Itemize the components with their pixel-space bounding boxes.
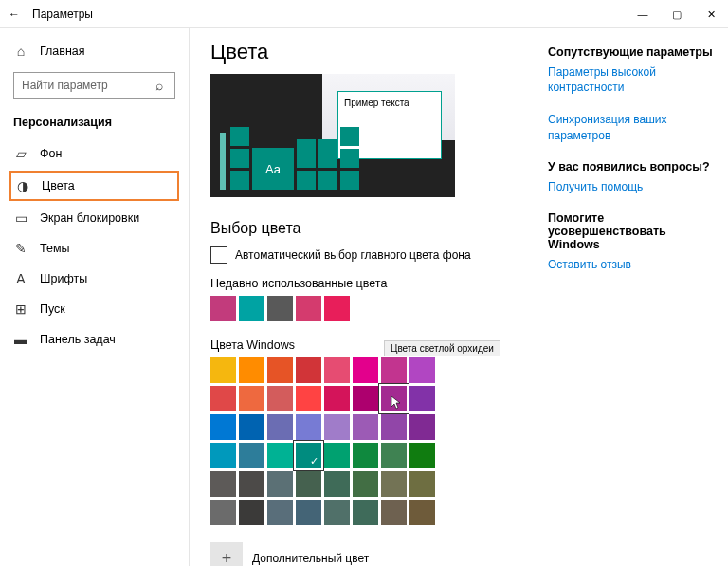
windows-color[interactable] [324, 386, 350, 411]
windows-color[interactable] [381, 386, 407, 411]
windows-color[interactable] [239, 500, 264, 525]
sidebar-item-2[interactable]: ▭Экран блокировки [0, 203, 189, 233]
windows-color[interactable] [210, 471, 236, 497]
windows-color[interactable] [267, 357, 293, 383]
windows-color[interactable] [267, 443, 293, 468]
help-link[interactable]: Получить помощь [548, 179, 713, 194]
windows-color[interactable] [381, 414, 407, 440]
improve-heading: Помогите усовершенствовать Windows [548, 211, 713, 251]
related-heading: Сопутствующие параметры [548, 46, 713, 59]
recent-color[interactable] [239, 296, 264, 321]
windows-color[interactable] [324, 471, 350, 497]
questions-heading: У вас появились вопросы? [548, 160, 713, 173]
windows-color[interactable] [239, 386, 264, 411]
windows-color[interactable] [296, 443, 321, 468]
home-label: Главная [40, 45, 85, 58]
windows-color[interactable] [410, 386, 435, 411]
nav-icon: ▬ [13, 332, 28, 347]
minimize-button[interactable]: — [626, 0, 660, 28]
sidebar: ⌂ Главная Найти параметр ⌕ Персонализаци… [0, 28, 190, 566]
nav-icon: A [13, 271, 28, 286]
nav-icon: ✎ [13, 241, 28, 256]
sync-link[interactable]: Синхронизация ваших параметров [548, 112, 713, 142]
nav-icon: ▱ [13, 146, 28, 161]
windows-color[interactable] [381, 471, 407, 497]
auto-pick-checkbox[interactable]: Автоматический выбор главного цвета фона [210, 246, 529, 264]
windows-color[interactable] [296, 500, 321, 525]
windows-color[interactable] [353, 357, 378, 383]
windows-color[interactable] [210, 386, 236, 411]
recent-color[interactable] [210, 296, 236, 321]
home-link[interactable]: ⌂ Главная [0, 36, 189, 66]
windows-color[interactable] [267, 386, 293, 411]
checkbox-icon [210, 246, 228, 264]
windows-color[interactable] [296, 414, 321, 440]
sidebar-item-4[interactable]: AШрифты [0, 264, 189, 294]
windows-color[interactable] [296, 471, 321, 497]
sidebar-item-6[interactable]: ▬Панель задач [0, 324, 189, 355]
maximize-button[interactable]: ▢ [660, 0, 694, 28]
home-icon: ⌂ [13, 44, 28, 59]
windows-color[interactable] [410, 443, 435, 468]
close-button[interactable]: ✕ [694, 0, 728, 28]
custom-color-button[interactable]: + [210, 542, 243, 566]
windows-color[interactable] [381, 500, 407, 525]
feedback-link[interactable]: Оставить отзыв [548, 257, 713, 272]
main-content: Цвета Пример текста Aa Выбор цвета Автом… [190, 28, 548, 566]
related-panel: Сопутствующие параметры Параметры высоко… [548, 28, 728, 566]
search-icon: ⌕ [152, 78, 167, 93]
windows-color[interactable] [210, 500, 236, 525]
custom-color-label: Дополнительный цвет [252, 552, 369, 565]
windows-color[interactable] [324, 500, 350, 525]
windows-color[interactable] [353, 386, 378, 411]
windows-color[interactable] [324, 443, 350, 468]
color-tooltip: Цвета светлой орхидеи [384, 340, 500, 356]
windows-color[interactable] [239, 357, 264, 383]
recent-color[interactable] [267, 296, 293, 321]
recent-color[interactable] [296, 296, 321, 321]
windows-color[interactable] [381, 357, 407, 383]
search-placeholder: Найти параметр [22, 79, 108, 92]
windows-color[interactable] [410, 357, 435, 383]
sidebar-item-3[interactable]: ✎Темы [0, 233, 189, 264]
sidebar-item-0[interactable]: ▱Фон [0, 138, 189, 169]
windows-color[interactable] [267, 500, 293, 525]
recent-colors-row [210, 296, 529, 321]
windows-color[interactable] [239, 443, 264, 468]
windows-color[interactable] [210, 357, 236, 383]
recent-color[interactable] [324, 296, 350, 321]
windows-color[interactable] [210, 414, 236, 440]
sidebar-item-1[interactable]: ◑Цвета [9, 171, 179, 201]
windows-color[interactable] [410, 414, 435, 440]
nav-icon: ◑ [15, 178, 30, 193]
windows-color[interactable] [239, 471, 264, 497]
back-button[interactable]: ← [0, 0, 28, 28]
windows-color[interactable] [210, 443, 236, 468]
sidebar-item-5[interactable]: ⊞Пуск [0, 294, 189, 324]
recent-label: Недавно использованные цвета [210, 277, 529, 290]
windows-color[interactable] [410, 500, 435, 525]
nav-icon: ▭ [13, 210, 28, 226]
search-input[interactable]: Найти параметр ⌕ [13, 72, 175, 99]
windows-color[interactable] [324, 357, 350, 383]
windows-color[interactable] [381, 443, 407, 468]
windows-color[interactable] [267, 471, 293, 497]
windows-color[interactable] [353, 471, 378, 497]
choose-color-heading: Выбор цвета [210, 220, 529, 237]
page-title: Цвета [210, 40, 529, 64]
windows-color[interactable] [410, 471, 435, 497]
windows-color[interactable] [353, 414, 378, 440]
windows-color[interactable] [324, 414, 350, 440]
high-contrast-link[interactable]: Параметры высокой контрастности [548, 64, 713, 95]
color-preview: Пример текста Aa [210, 74, 455, 197]
windows-color[interactable] [239, 414, 264, 440]
windows-color[interactable] [296, 386, 321, 411]
windows-color[interactable] [353, 500, 378, 525]
nav-icon: ⊞ [13, 301, 28, 317]
windows-color[interactable] [353, 443, 378, 468]
section-heading: Персонализация [0, 112, 189, 138]
windows-color[interactable] [296, 357, 321, 383]
windows-color[interactable] [267, 414, 293, 440]
window-title: Параметры [32, 8, 93, 21]
windows-colors-grid: Цвета светлой орхидеи [210, 357, 529, 525]
